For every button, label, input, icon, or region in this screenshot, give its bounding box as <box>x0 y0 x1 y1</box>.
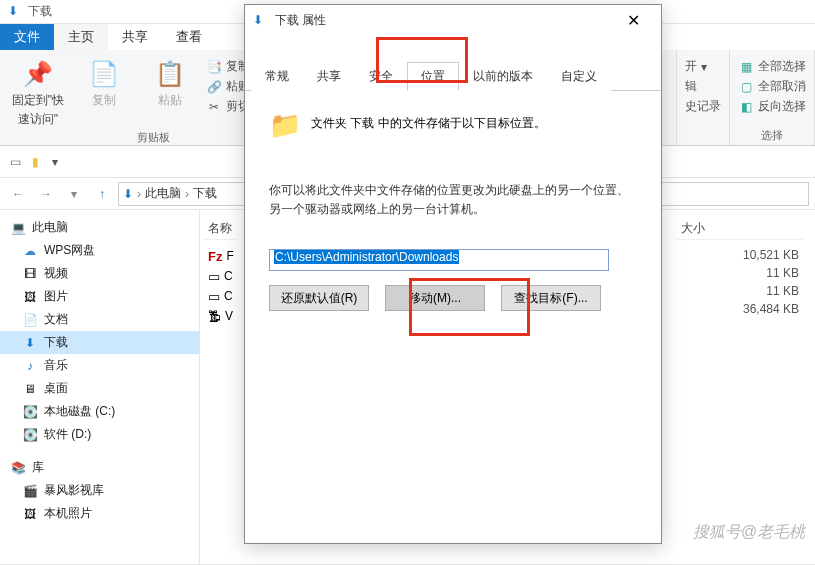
recent-dropdown[interactable]: ▾ <box>62 182 86 206</box>
tree-documents[interactable]: 📄文档 <box>0 308 199 331</box>
crumb-downloads[interactable]: 下载 <box>193 185 217 202</box>
edit-button-partial[interactable]: 辑 <box>685 78 721 95</box>
tab-share[interactable]: 共享 <box>108 24 162 50</box>
video-icon: 🎬 <box>22 483 38 499</box>
quick-access-toolbar: ▭ ▮ ▾ <box>6 153 64 171</box>
location-path-input[interactable]: C:\Users\Administrator\Downloads <box>269 249 609 271</box>
group-select: ▦全部选择 ▢全部取消 ◧反向选择 选择 <box>730 50 815 145</box>
pc-icon: 💻 <box>10 220 26 236</box>
tree-localpics[interactable]: 🖼本机照片 <box>0 502 199 525</box>
pin-icon: 📌 <box>22 58 54 90</box>
crumb-pc[interactable]: 此电脑 <box>145 185 181 202</box>
open-button-partial[interactable]: 开 ▾ <box>685 58 721 75</box>
tree-wps[interactable]: ☁WPS网盘 <box>0 239 199 262</box>
close-icon: ✕ <box>627 11 640 30</box>
tab-general[interactable]: 常规 <box>251 62 303 91</box>
drive-icon: 💽 <box>22 404 38 420</box>
downloads-icon: ⬇ <box>253 13 269 27</box>
history-button-partial[interactable]: 史记录 <box>685 98 721 115</box>
copy-icon: 📄 <box>88 58 120 90</box>
video-icon: 🎞 <box>22 266 38 282</box>
invert-button[interactable]: ◧反向选择 <box>738 98 806 115</box>
restore-default-button[interactable]: 还原默认值(R) <box>269 285 369 311</box>
properties-dialog: ⬇ 下载 属性 ✕ 常规 共享 安全 位置 以前的版本 自定义 📁 文件夹 下载… <box>244 4 662 544</box>
tree-diskd[interactable]: 💽软件 (D:) <box>0 423 199 446</box>
pictures-icon: 🖼 <box>22 289 38 305</box>
path-icon: 📑 <box>206 59 222 75</box>
dialog-titlebar[interactable]: ⬇ 下载 属性 ✕ <box>245 5 661 35</box>
folder-icon: 📁 <box>269 109 301 141</box>
find-target-button[interactable]: 查找目标(F)... <box>501 285 601 311</box>
nav-tree[interactable]: 💻此电脑 ☁WPS网盘 🎞视频 🖼图片 📄文档 ⬇下载 ♪音乐 🖥桌面 💽本地磁… <box>0 210 200 564</box>
tree-pictures[interactable]: 🖼图片 <box>0 285 199 308</box>
invert-icon: ◧ <box>738 99 754 115</box>
back-button[interactable]: ← <box>6 182 30 206</box>
size-cell: 10,521 KB <box>677 246 803 264</box>
tree-diskc[interactable]: 💽本地磁盘 (C:) <box>0 400 199 423</box>
group-open-partial: 开 ▾ 辑 史记录 <box>676 50 730 145</box>
up-button[interactable]: ↑ <box>90 182 114 206</box>
tab-view[interactable]: 查看 <box>162 24 216 50</box>
tab-security[interactable]: 安全 <box>355 62 407 91</box>
desktop-icon: 🖥 <box>22 381 38 397</box>
pin-quickaccess-button[interactable]: 📌 固定到"快 速访问" <box>8 54 68 128</box>
tree-library[interactable]: 📚库 <box>0 456 199 479</box>
selectnone-icon: ▢ <box>738 79 754 95</box>
window-title: 下载 <box>28 3 52 20</box>
paste-button[interactable]: 📋 粘贴 <box>140 54 200 128</box>
qat-dropdown-icon[interactable]: ▾ <box>46 153 64 171</box>
copy-button[interactable]: 📄 复制 <box>74 54 134 128</box>
scissors-icon: ✂ <box>206 99 222 115</box>
selectall-icon: ▦ <box>738 59 754 75</box>
dialog-title: 下载 属性 <box>275 12 613 29</box>
filezilla-icon: Fz <box>208 248 222 264</box>
size-cell: 11 KB <box>677 282 803 300</box>
location-description-2: 你可以将此文件夹中文件存储的位置更改为此硬盘上的另一个位置、另一个驱动器或网络上… <box>269 181 637 219</box>
file-icon: ▭ <box>208 268 220 284</box>
shortcut-icon: 🔗 <box>206 79 222 95</box>
chevron-right-icon: › <box>185 187 189 201</box>
file-row[interactable]: ▭C <box>204 266 236 286</box>
watermark: 搜狐号@老毛桃 <box>693 522 805 543</box>
file-row[interactable]: FzF <box>204 246 236 266</box>
location-description-1: 文件夹 下载 中的文件存储于以下目标位置。 <box>311 109 546 132</box>
library-icon: 📚 <box>10 460 26 476</box>
file-row[interactable]: ▭C <box>204 286 236 306</box>
selectall-button[interactable]: ▦全部选择 <box>738 58 806 75</box>
move-button[interactable]: 移动(M)... <box>385 285 485 311</box>
pictures-icon: 🖼 <box>22 506 38 522</box>
tree-downloads[interactable]: ⬇下载 <box>0 331 199 354</box>
tab-custom[interactable]: 自定义 <box>547 62 611 91</box>
size-cell: 36,484 KB <box>677 300 803 318</box>
forward-button[interactable]: → <box>34 182 58 206</box>
paste-icon: 📋 <box>154 58 186 90</box>
size-cell: 11 KB <box>677 264 803 282</box>
music-icon: ♪ <box>22 358 38 374</box>
group-label-select: 选择 <box>738 128 806 143</box>
tab-previous[interactable]: 以前的版本 <box>459 62 547 91</box>
file-row[interactable]: 🗜V <box>204 306 236 326</box>
tab-location[interactable]: 位置 <box>407 62 459 91</box>
col-size[interactable]: 大小 <box>677 218 803 240</box>
dialog-body: 📁 文件夹 下载 中的文件存储于以下目标位置。 你可以将此文件夹中文件存储的位置… <box>245 91 661 329</box>
downloads-icon: ⬇ <box>22 335 38 351</box>
qat-folder-icon[interactable]: ▮ <box>26 153 44 171</box>
cloud-icon: ☁ <box>22 243 38 259</box>
tree-desktop[interactable]: 🖥桌面 <box>0 377 199 400</box>
tree-thispc[interactable]: 💻此电脑 <box>0 216 199 239</box>
downloads-icon: ⬇ <box>8 4 24 20</box>
chevron-right-icon: › <box>137 187 141 201</box>
dialog-tabs: 常规 共享 安全 位置 以前的版本 自定义 <box>245 61 661 91</box>
tab-file[interactable]: 文件 <box>0 24 54 50</box>
tree-music[interactable]: ♪音乐 <box>0 354 199 377</box>
col-name[interactable]: 名称 <box>204 218 236 240</box>
tab-share[interactable]: 共享 <box>303 62 355 91</box>
selectnone-button[interactable]: ▢全部取消 <box>738 78 806 95</box>
location-icon: ⬇ <box>123 187 133 201</box>
close-button[interactable]: ✕ <box>613 6 653 34</box>
tab-home[interactable]: 主页 <box>54 24 108 50</box>
tree-baofeng[interactable]: 🎬暴风影视库 <box>0 479 199 502</box>
document-icon: 📄 <box>22 312 38 328</box>
tree-video[interactable]: 🎞视频 <box>0 262 199 285</box>
qat-icon[interactable]: ▭ <box>6 153 24 171</box>
